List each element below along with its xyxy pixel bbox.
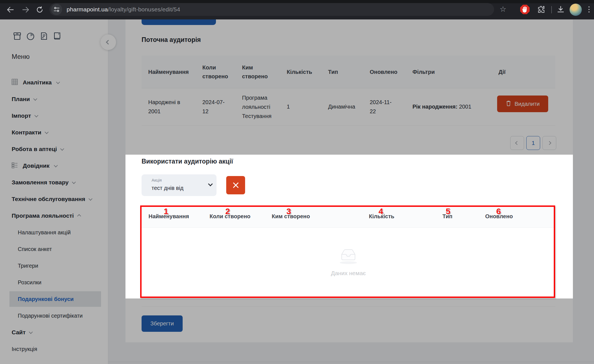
filter-value: 2001 [459,104,472,110]
cell-creator: Програма лояльності Тестування [242,93,280,121]
sidebar-item-label: Аналітика [23,79,52,86]
sidebar-item-plans[interactable]: Плани [0,91,108,107]
sidebar-item-pharmacy-work[interactable]: Робота в аптеці [0,141,108,157]
annotation-mark-3: 3 [283,207,295,216]
sidebar-item-goods-order[interactable]: Замовлення товару [0,175,108,190]
book-icon[interactable] [53,32,62,42]
annotation-mark-2: 2 [222,207,234,216]
sidebar-item-import[interactable]: Імпорт [0,108,108,124]
sidebar: Меню Аналітика Плани Імпорт Контракти Ро… [0,19,108,364]
select-label: Акція [152,178,162,182]
select-value: тест днів від [152,185,183,191]
browser-chrome: pharmapoint.ua/loyalty/gift-bonuses/edit… [0,0,594,19]
column-header: Найменування [148,212,204,220]
clear-selection-button[interactable] [226,176,245,194]
chevron-down-icon [72,180,76,184]
cell-updated: 2024-11-22 [370,98,396,116]
sidebar-item-label: Подарункові сертифікати [18,313,83,319]
delete-button[interactable]: Видалити [497,96,548,112]
sidebar-item-label: Плани [12,96,30,102]
bookmark-star-icon[interactable]: ☆ [500,5,506,14]
truncated-top-button[interactable] [142,19,216,25]
column-header: Оновлено [485,212,530,220]
sidebar-item-maintenance[interactable]: Технічне обслуговування [0,191,108,207]
archive-box-icon[interactable] [13,32,22,42]
chevron-left-icon [515,141,519,145]
address-bar[interactable]: pharmapoint.ua/loyalty/gift-bonuses/edit… [49,3,494,16]
chevron-down-icon [33,97,37,101]
cell-name: Народжені в 2001 [148,98,194,116]
site-info-icon[interactable] [51,4,62,15]
sidebar-item-label: Подарункові бонуси [18,296,74,302]
extensions-puzzle-icon[interactable] [537,5,546,15]
column-header: Ким створено [272,212,327,220]
sidebar-item-triggers[interactable]: Тригери [0,258,108,273]
cell-type: Динамічна [328,102,364,111]
save-button[interactable]: Зберегти [142,315,183,332]
main-content-card: Поточна аудиторія Найменування Коли ство… [125,19,573,342]
annotation-mark-4: 4 [375,207,387,216]
chevron-down-icon [34,114,38,117]
downloads-icon[interactable] [557,6,565,14]
close-icon [232,182,239,189]
back-icon[interactable] [7,7,14,14]
url-host: pharmapoint.ua [67,6,108,12]
column-header: Найменування [148,67,195,76]
sidebar-item-label: Розсилки [18,279,41,286]
reload-icon[interactable] [36,6,43,14]
grid-icon [12,79,18,86]
chevron-right-icon [547,141,551,145]
sidebar-item-contracts[interactable]: Контракти [0,125,108,140]
column-header: Коли створено [210,212,265,220]
column-header: Ким створено [242,63,273,81]
pagination-prev-button[interactable] [510,136,524,150]
url-path: /loyalty/gift-bonuses/edit/54 [108,6,180,12]
table-row[interactable]: Народжені в 2001 2024-07-12 Програма лоя… [142,88,555,125]
chevron-down-icon [54,164,58,167]
filter-label: Рік народження: [412,104,457,110]
adblock-extension-icon[interactable] [520,4,530,16]
sidebar-item-gift-certificates[interactable]: Подарункові сертифікати [0,308,108,323]
empty-inbox-icon [339,247,358,265]
sidebar-item-label: Тригери [18,263,38,269]
sidebar-item-label: Технічне обслуговування [12,196,85,202]
browser-menu-icon[interactable] [588,6,590,12]
chevron-down-icon [89,197,92,201]
sidebar-item-gift-bonuses[interactable]: Подарункові бонуси [0,291,108,307]
sidebar-item-directory[interactable]: Довідник [0,158,108,174]
column-header: Фільтри [412,67,496,76]
sidebar-collapse-button[interactable] [100,34,116,50]
use-audience-title: Використати аудиторію акції [142,158,233,165]
chevron-down-icon [45,130,49,134]
sidebar-item-mailings[interactable]: Розсилки [0,275,108,290]
footer-divider [108,362,594,362]
sidebar-item-label: Робота в аптеці [12,146,57,152]
forward-icon[interactable] [22,7,29,14]
current-audience-title: Поточна аудиторія [142,36,201,44]
column-header: Тип [328,67,361,76]
menu-title: Меню [12,53,30,61]
chevron-down-icon [208,182,213,186]
chevron-left-icon [106,40,111,45]
profile-avatar[interactable] [570,4,582,16]
pie-chart-icon[interactable] [26,32,35,42]
delete-button-label: Видалити [515,101,540,107]
toolbar-separator [551,6,552,13]
sidebar-item-label: Налаштування акцій [18,229,71,236]
promo-select[interactable]: Акція тест днів від [142,174,217,196]
empty-state-text: Даних немає [307,270,390,277]
column-header: Кількість [287,67,320,76]
pagination-next-button[interactable] [542,136,556,150]
sidebar-item-loyalty-program[interactable]: Програма лояльності [0,208,108,224]
sidebar-item-label: Інструкція [12,346,37,352]
sidebar-item-site[interactable]: Сайт [0,325,108,340]
cell-count: 1 [287,102,303,111]
document-icon[interactable] [39,32,48,42]
sidebar-item-analytics[interactable]: Аналітика [0,75,108,90]
sidebar-item-instruction[interactable]: Інструкція [0,341,108,357]
sidebar-item-label: Сайт [12,329,26,336]
pagination-page-1[interactable]: 1 [526,136,540,150]
chevron-down-icon [60,147,64,151]
sidebar-item-questionnaires[interactable]: Список анкет [0,241,108,257]
sidebar-item-promo-settings[interactable]: Налаштування акцій [0,225,108,240]
